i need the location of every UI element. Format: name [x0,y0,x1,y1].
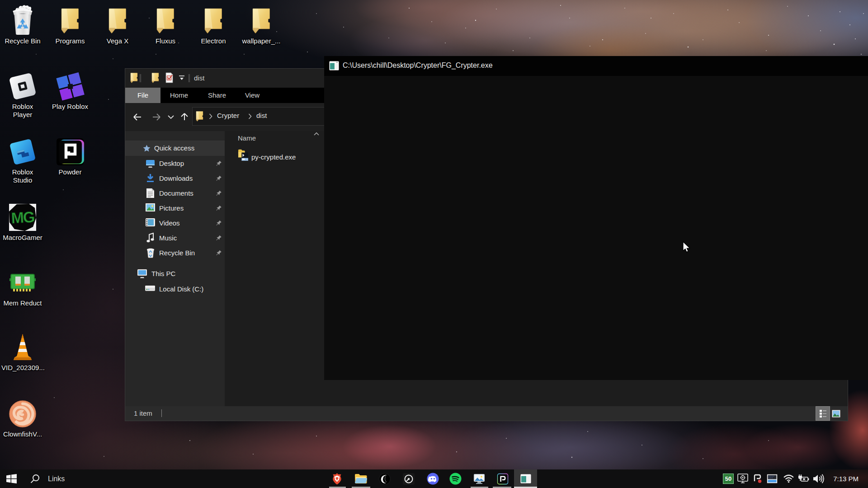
svg-text:MG: MG [11,208,35,227]
